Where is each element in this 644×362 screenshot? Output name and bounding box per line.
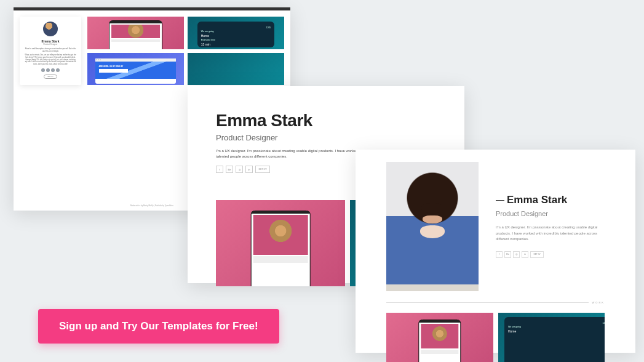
project-tile-4[interactable] xyxy=(188,53,284,86)
profile-bio: I'm a UX designer. I'm passionate about … xyxy=(496,225,605,243)
linkedin-icon[interactable]: in xyxy=(522,251,528,258)
phone-mockup xyxy=(251,211,311,286)
browser-mockup: ARE HERE: US BY RING BY xyxy=(95,58,177,84)
signup-cta-button[interactable]: Sign up and Try Our Templates for Free! xyxy=(38,309,279,344)
linkedin-icon[interactable]: in xyxy=(245,166,253,173)
behance-icon[interactable]: Be xyxy=(504,251,511,258)
facebook-icon[interactable] xyxy=(41,68,45,72)
profile-role: Product Designer xyxy=(216,133,436,142)
section-divider: WORK xyxy=(386,301,605,304)
profile-sidebar: Emma Stark Product Designer Place for sm… xyxy=(20,17,81,85)
template-card-3: Emma Stark Product Designer I'm a UX des… xyxy=(356,150,635,353)
social-row xyxy=(23,68,78,72)
device-mockup: 1205 We are going Home xyxy=(504,317,605,362)
behance-icon[interactable] xyxy=(46,68,50,72)
device-mockup: 1205 We are going Home Estimated time 13… xyxy=(197,22,275,47)
profile-name: Emma Stark xyxy=(216,111,436,131)
section-label: WORK xyxy=(592,301,605,304)
phone-mockup xyxy=(418,320,461,362)
behance-icon[interactable]: Be xyxy=(226,166,233,173)
profile-intro: Place for small description, where you c… xyxy=(25,48,76,52)
project-tile-1[interactable] xyxy=(216,200,345,286)
project-tile-1[interactable] xyxy=(87,17,184,49)
profile-photo xyxy=(386,162,479,291)
get-cv-button[interactable]: GET CV xyxy=(530,251,544,258)
decorator-line xyxy=(496,200,504,201)
profile-bio: Whoa, wait a minute, Doc, are you tellin… xyxy=(25,54,76,65)
facebook-icon[interactable]: f xyxy=(496,251,503,258)
project-tile-2[interactable]: 1205 We are going Home Estimated time 13… xyxy=(188,17,284,49)
project-grid: 1205 We are going Home Estimated time 13… xyxy=(87,17,284,85)
social-row: f Be ◎ in GET CV xyxy=(496,251,605,258)
get-cv-button[interactable]: GET CV xyxy=(44,74,57,79)
get-cv-button[interactable]: GET CV xyxy=(255,166,270,173)
profile-name: Emma Stark xyxy=(507,194,567,206)
profile-role: Product Designer xyxy=(496,210,605,217)
instagram-icon[interactable]: ◎ xyxy=(236,166,243,173)
project-tile-3[interactable]: ARE HERE: US BY RING BY xyxy=(87,53,184,86)
pinterest-icon[interactable] xyxy=(51,68,55,72)
phone-mockup xyxy=(109,20,163,49)
linkedin-icon[interactable] xyxy=(56,68,60,72)
profile-role: Product Designer xyxy=(23,43,78,46)
facebook-icon[interactable]: f xyxy=(216,166,223,173)
instagram-icon[interactable]: ◎ xyxy=(513,251,520,258)
avatar xyxy=(43,22,58,36)
project-tile-1[interactable] xyxy=(386,313,493,362)
project-tile-2[interactable]: 1205 We are going Home xyxy=(498,313,605,362)
